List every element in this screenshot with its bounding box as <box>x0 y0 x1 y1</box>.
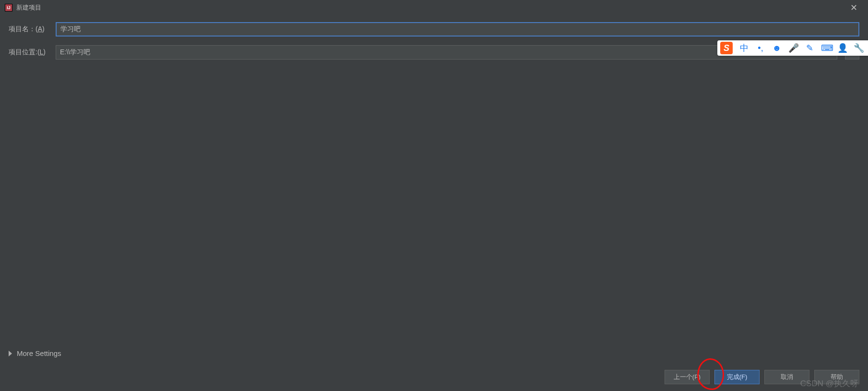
more-settings-label: More Settings <box>17 349 61 357</box>
close-icon[interactable]: ✕ <box>844 1 863 14</box>
titlebar: IJ 新建项目 ✕ <box>0 0 868 15</box>
label-text: 项目位置:( <box>9 48 40 56</box>
finish-button[interactable]: 完成(F) <box>714 370 760 384</box>
chevron-right-icon <box>9 351 12 356</box>
label-text: ) <box>43 48 46 56</box>
project-name-row: 项目名：(A) <box>9 22 859 37</box>
ime-emoji-icon[interactable]: ☻ <box>772 43 782 53</box>
project-location-label: 项目位置:(L) <box>9 48 51 57</box>
ime-user-icon[interactable]: 👤 <box>837 43 847 53</box>
ime-keyboard-icon[interactable]: ⌨ <box>821 43 831 53</box>
titlebar-left: IJ 新建项目 <box>5 3 41 12</box>
ime-voice-icon[interactable]: 🎤 <box>788 43 798 53</box>
project-name-input[interactable] <box>56 22 859 37</box>
button-label: 取消 <box>781 373 793 381</box>
window-title: 新建项目 <box>16 3 41 12</box>
more-settings-toggle[interactable]: More Settings <box>9 349 61 357</box>
button-label: 上一个(P) <box>674 373 701 381</box>
ime-punct-icon[interactable]: •, <box>756 43 765 53</box>
button-label: 完成(F) <box>727 373 748 381</box>
label-text: 项目名：( <box>9 25 38 33</box>
label-text: ) <box>42 25 45 33</box>
ime-toolbar: S 中 •, ☻ 🎤 ✎ ⌨ 👤 🔧 <box>717 40 868 56</box>
ime-settings-icon[interactable]: 🔧 <box>854 43 863 53</box>
cancel-button[interactable]: 取消 <box>764 370 809 384</box>
ime-logo-icon[interactable]: S <box>720 42 733 54</box>
app-icon: IJ <box>5 4 12 12</box>
ime-lang-icon[interactable]: 中 <box>739 42 749 54</box>
button-bar: 上一个(P) 完成(F) 取消 帮助 <box>665 370 859 384</box>
button-label: 帮助 <box>831 373 843 381</box>
project-name-label: 项目名：(A) <box>9 25 51 34</box>
ime-skin-icon[interactable]: ✎ <box>805 43 814 53</box>
previous-button[interactable]: 上一个(P) <box>665 370 710 384</box>
help-button[interactable]: 帮助 <box>814 370 859 384</box>
mnemonic: A <box>38 25 42 33</box>
